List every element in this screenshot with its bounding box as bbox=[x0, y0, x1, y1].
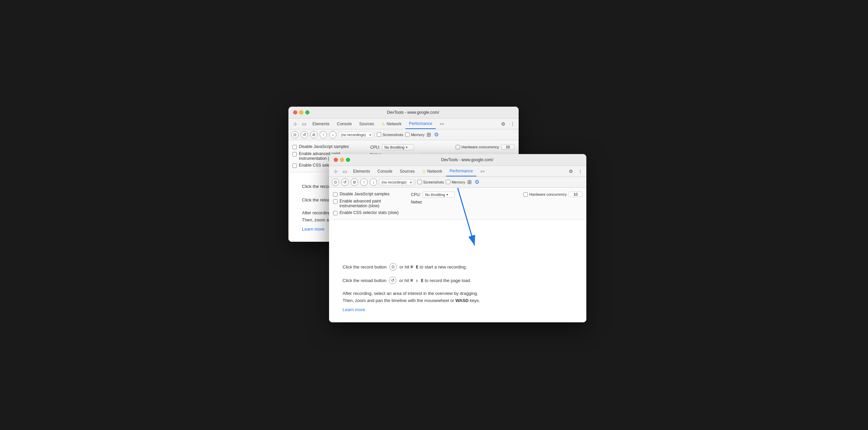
recordings-select-wrapper-front[interactable]: (no recordings) bbox=[379, 179, 413, 185]
device-icon-front[interactable]: ▭ bbox=[341, 167, 349, 175]
more-icon[interactable]: ⋮ bbox=[509, 120, 516, 128]
disable-js-checkbox[interactable] bbox=[292, 145, 297, 149]
cpu-chevron-front: ▾ bbox=[447, 193, 448, 196]
screenshots-checkbox-label[interactable]: Screenshots bbox=[377, 132, 403, 137]
gear-blue-icon-front[interactable]: ⚙ bbox=[474, 178, 480, 186]
disable-js-checkbox-front[interactable] bbox=[333, 192, 338, 197]
tab-performance-front[interactable]: Performance bbox=[446, 166, 476, 176]
memory-checkbox[interactable] bbox=[405, 132, 410, 137]
cpu-select-front[interactable]: No throttling ▾ bbox=[422, 192, 454, 198]
minimize-button-front[interactable] bbox=[340, 158, 344, 162]
maximize-button[interactable] bbox=[305, 110, 309, 114]
tab-bar-front: ⊹ ▭ Elements Console Sources ⚠ Network P… bbox=[329, 166, 586, 177]
device-icon[interactable]: ▭ bbox=[300, 120, 308, 128]
cpu-selected-front: No throttling bbox=[425, 193, 445, 197]
hardware-concurrency-section-front: Hardware concurrency bbox=[523, 192, 582, 197]
learn-more-back[interactable]: Learn more bbox=[302, 227, 324, 232]
tab-more-back[interactable]: >> bbox=[436, 119, 448, 129]
main-content-front: Click the record button ⊙ or hit ⌘ E to … bbox=[329, 253, 586, 322]
cursor-icon[interactable]: ⊹ bbox=[291, 120, 299, 128]
title-bar-back: DevTools - www.google.com/ bbox=[288, 107, 519, 119]
recordings-select-wrapper[interactable]: (no recordings) bbox=[339, 132, 372, 138]
title-bar-front: DevTools - www.google.com/ bbox=[329, 154, 586, 166]
hardware-value-input[interactable] bbox=[501, 144, 515, 150]
stop-button-front[interactable]: ⊘ bbox=[351, 178, 358, 186]
warning-icon: ⚠ bbox=[382, 122, 385, 126]
refresh-button-front[interactable]: ↺ bbox=[341, 178, 349, 186]
settings-icon[interactable]: ⚙ bbox=[500, 120, 506, 128]
window-title-front: DevTools - www.google.com/ bbox=[353, 157, 582, 162]
memory-checkbox-label-front[interactable]: Memory bbox=[446, 180, 465, 184]
hardware-concurrency-label-front[interactable]: Hardware concurrency bbox=[523, 192, 567, 197]
advanced-paint-item-front: Enable advanced paintinstrumentation (sl… bbox=[333, 199, 399, 208]
reload-inline-btn-front: ↺ bbox=[389, 277, 396, 284]
record-instruction-front: Click the record button ⊙ or hit ⌘ E to … bbox=[343, 263, 573, 271]
settings-panel-front: Disable JavaScript samples Enable advanc… bbox=[329, 188, 586, 220]
tab-network-front[interactable]: ⚠ Network bbox=[419, 166, 446, 176]
screenshots-checkbox[interactable] bbox=[377, 132, 381, 137]
minimize-button[interactable] bbox=[299, 110, 303, 114]
tab-bar-right-back: ⚙ ⋮ bbox=[500, 120, 516, 128]
traffic-lights-back bbox=[293, 110, 309, 114]
tab-sources-back[interactable]: Sources bbox=[356, 119, 377, 129]
close-button[interactable] bbox=[293, 110, 297, 114]
settings-col-right-front: CPU: No throttling ▾ Netwc bbox=[404, 192, 455, 205]
download-button[interactable]: ↓ bbox=[329, 131, 337, 138]
tab-network-back[interactable]: ⚠ Network bbox=[378, 119, 405, 129]
record-button-front[interactable]: ⊙ bbox=[332, 178, 339, 186]
tab-elements-front[interactable]: Elements bbox=[350, 166, 373, 176]
tab-more-front[interactable]: >> bbox=[477, 166, 488, 176]
upload-button[interactable]: ↑ bbox=[320, 131, 327, 138]
upload-button-front[interactable]: ↑ bbox=[360, 178, 368, 186]
toolbar-separator bbox=[374, 132, 375, 138]
css-selector-checkbox-front[interactable] bbox=[333, 211, 338, 215]
disable-js-item-front: Disable JavaScript samples bbox=[333, 192, 399, 197]
window-title-back: DevTools - www.google.com/ bbox=[312, 110, 514, 115]
cpu-selected-back: No throttling bbox=[384, 145, 404, 149]
settings-col-left-front: Disable JavaScript samples Enable advanc… bbox=[333, 192, 399, 215]
cpu-chevron: ▾ bbox=[406, 146, 408, 149]
cpu-select-back[interactable]: No throttling ▾ bbox=[382, 144, 414, 150]
hardware-value-input-front[interactable] bbox=[569, 192, 582, 197]
hardware-concurrency-label[interactable]: Hardware concurrency bbox=[456, 145, 499, 149]
devtools-window-front: DevTools - www.google.com/ ⊹ ▭ Elements … bbox=[329, 154, 586, 322]
advanced-paint-checkbox[interactable] bbox=[292, 152, 297, 156]
memory-checkbox-label[interactable]: Memory bbox=[405, 132, 425, 137]
more-icon-front[interactable]: ⋮ bbox=[577, 168, 584, 175]
tab-console-front[interactable]: Console bbox=[374, 166, 396, 176]
tab-sources-front[interactable]: Sources bbox=[396, 166, 418, 176]
gear-blue-icon[interactable]: ⚙ bbox=[433, 130, 440, 139]
stop-button[interactable]: ⊘ bbox=[310, 131, 318, 138]
close-button-front[interactable] bbox=[334, 158, 338, 162]
hardware-concurrency-checkbox-front[interactable] bbox=[523, 192, 528, 197]
tab-bar-back: ⊹ ▭ Elements Console Sources ⚠ Network P… bbox=[288, 119, 519, 129]
refresh-button[interactable]: ↺ bbox=[301, 131, 308, 138]
css-selector-item-front: Enable CSS selector stats (slow) bbox=[333, 210, 399, 215]
screenshots-checkbox-label-front[interactable]: Screenshots bbox=[417, 180, 444, 184]
record-button[interactable]: ⊙ bbox=[291, 131, 299, 138]
reload-instruction-front: Click the reload button ↺ or hit ⌘ ⇧ E t… bbox=[343, 277, 573, 284]
cpu-select-container: No throttling ▾ bbox=[382, 144, 414, 150]
cpu-row-front: CPU: No throttling ▾ bbox=[411, 192, 455, 198]
learn-more-front[interactable]: Learn more bbox=[343, 307, 365, 312]
traffic-lights-front bbox=[334, 158, 350, 162]
advanced-paint-checkbox-front[interactable] bbox=[333, 199, 338, 204]
scene: DevTools - www.google.com/ ⊹ ▭ Elements … bbox=[282, 100, 586, 330]
settings-row-front: Disable JavaScript samples Enable advanc… bbox=[333, 190, 582, 217]
screenshots-checkbox-front[interactable] bbox=[417, 180, 422, 184]
css-selector-checkbox[interactable] bbox=[292, 164, 297, 168]
recordings-select[interactable]: (no recordings) bbox=[339, 132, 372, 138]
settings-icon-front[interactable]: ⚙ bbox=[568, 168, 574, 175]
tab-performance-back[interactable]: Performance bbox=[406, 119, 436, 129]
tab-elements-back[interactable]: Elements bbox=[309, 119, 333, 129]
cpu-select-container-front: No throttling ▾ bbox=[422, 192, 454, 198]
cursor-icon-front[interactable]: ⊹ bbox=[332, 167, 340, 175]
hardware-concurrency-checkbox[interactable] bbox=[456, 145, 460, 149]
tab-console-back[interactable]: Console bbox=[333, 119, 355, 129]
download-button-front[interactable]: ↓ bbox=[370, 178, 377, 186]
cpu-meter-icon-front: ⊞ bbox=[467, 179, 472, 185]
maximize-button-front[interactable] bbox=[346, 158, 350, 162]
recordings-select-front[interactable]: (no recordings) bbox=[379, 179, 413, 185]
disable-js-item: Disable JavaScript samples bbox=[292, 144, 358, 149]
memory-checkbox-front[interactable] bbox=[446, 180, 450, 184]
